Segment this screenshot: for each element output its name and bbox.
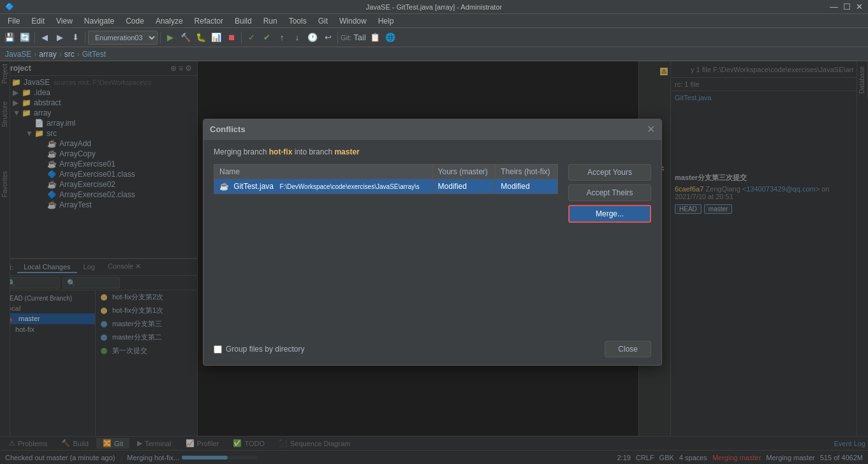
toolbar-recent[interactable]: ⬇ xyxy=(68,31,82,45)
menu-analyze[interactable]: Analyze xyxy=(151,15,188,27)
dialog-titlebar: Conflicts ✕ xyxy=(203,119,661,140)
toolbar-git-rollback[interactable]: ↩ xyxy=(321,31,335,45)
conflicts-table: Name Yours (master) Theirs (hot-fix) ☕ G… xyxy=(214,164,558,194)
modal-overlay: Conflicts ✕ Merging branch hot-fix into … xyxy=(0,61,868,464)
dialog-title: Conflicts xyxy=(210,124,246,134)
toolbar-back[interactable]: ◀ xyxy=(38,31,52,45)
toolbar-git-push[interactable]: ↑ xyxy=(275,31,289,45)
toolbar-stop[interactable]: ⏹ xyxy=(224,31,239,45)
conflicts-empty-area xyxy=(214,202,558,329)
window-close-button[interactable]: ✕ xyxy=(856,2,863,11)
accept-yours-button[interactable]: Accept Yours xyxy=(568,164,651,181)
window-title: JavaSE - GitTest.java [array] - Administ… xyxy=(366,3,502,11)
conflict-yours: Modified xyxy=(432,179,496,194)
toolbar-forward[interactable]: ▶ xyxy=(53,31,67,45)
dialog-subtitle: Merging branch hot-fix into branch maste… xyxy=(214,147,651,156)
toolbar-build[interactable]: 🔨 xyxy=(179,31,193,45)
menu-tools[interactable]: Tools xyxy=(284,15,312,27)
branch-from: hot-fix xyxy=(269,147,293,156)
menu-run[interactable]: Run xyxy=(258,15,283,27)
toolbar-git-icon[interactable]: 📋 xyxy=(368,31,382,45)
group-files-checkbox-label[interactable]: Group files by directory xyxy=(214,345,304,354)
breadcrumb: JavaSE › array › src › GitTest xyxy=(0,47,868,61)
conflict-name: ☕ GitTest.java F:\DevWorkspace\code\exer… xyxy=(214,179,433,194)
dialog-body: Merging branch hot-fix into branch maste… xyxy=(203,140,661,365)
toolbar-sync[interactable]: 🔄 xyxy=(18,31,32,45)
group-files-checkbox[interactable] xyxy=(214,345,222,354)
merge-button[interactable]: Merge... xyxy=(568,205,651,223)
dialog-close-btn[interactable]: Close xyxy=(605,341,651,357)
toolbar-save[interactable]: 💾 xyxy=(3,31,17,45)
menu-window[interactable]: Window xyxy=(334,15,372,27)
toolbar-tail[interactable]: Tail xyxy=(353,31,367,45)
conflicts-table-area: Name Yours (master) Theirs (hot-fix) ☕ G… xyxy=(214,164,558,329)
toolbar-git-check[interactable]: ✓ xyxy=(244,31,258,45)
toolbar-coverage[interactable]: 📊 xyxy=(209,31,223,45)
toolbar-separator-5 xyxy=(337,32,338,43)
conflicts-dialog: Conflicts ✕ Merging branch hot-fix into … xyxy=(203,119,662,366)
col-yours: Yours (master) xyxy=(432,165,496,179)
menu-view[interactable]: View xyxy=(51,15,78,27)
col-theirs: Theirs (hot-fix) xyxy=(496,165,558,179)
menu-git[interactable]: Git xyxy=(313,15,333,27)
toolbar-git-pull[interactable]: ↓ xyxy=(290,31,304,45)
accept-theirs-button[interactable]: Accept Theirs xyxy=(568,184,651,201)
dialog-actions: Accept Yours Accept Theirs Merge... xyxy=(568,164,651,329)
breadcrumb-gittest[interactable]: GitTest xyxy=(82,50,106,59)
menu-file[interactable]: File xyxy=(3,15,25,27)
maximize-button[interactable]: ☐ xyxy=(843,2,851,11)
menu-bar: File Edit View Navigate Code Analyze Ref… xyxy=(0,14,868,28)
branch-to: master xyxy=(334,147,359,156)
breadcrumb-array[interactable]: array xyxy=(39,50,56,59)
toolbar-run[interactable]: ▶ xyxy=(163,31,177,45)
conflict-theirs: Modified xyxy=(496,179,558,194)
menu-code[interactable]: Code xyxy=(121,15,149,27)
breadcrumb-javase[interactable]: JavaSE xyxy=(5,50,31,59)
title-bar-left: 🔷 xyxy=(5,3,14,11)
menu-help[interactable]: Help xyxy=(373,15,399,27)
toolbar-translate[interactable]: 🌐 xyxy=(383,31,397,45)
toolbar-separator-1 xyxy=(34,32,35,43)
dialog-close-button[interactable]: ✕ xyxy=(647,123,655,135)
toolbar: 💾 🔄 ◀ ▶ ⬇ Enumeration03 ▶ 🔨 🐛 📊 ⏹ ✓ ✔ ↑ … xyxy=(0,28,868,47)
toolbar-debug[interactable]: 🐛 xyxy=(194,31,208,45)
dialog-bottom: Group files by directory Close xyxy=(214,336,651,357)
app-icon: 🔷 xyxy=(5,3,14,11)
file-icon: ☕ xyxy=(219,182,229,191)
col-name: Name xyxy=(214,165,433,179)
breadcrumb-src[interactable]: src xyxy=(64,50,75,59)
menu-refactor[interactable]: Refactor xyxy=(189,15,228,27)
menu-edit[interactable]: Edit xyxy=(26,15,50,27)
toolbar-git-history[interactable]: 🕐 xyxy=(305,31,320,45)
minimize-button[interactable]: — xyxy=(830,2,838,11)
title-bar: 🔷 JavaSE - GitTest.java [array] - Admini… xyxy=(0,0,868,14)
window-controls: — ☐ ✕ xyxy=(830,2,863,11)
menu-build[interactable]: Build xyxy=(230,15,257,27)
menu-navigate[interactable]: Navigate xyxy=(79,15,119,27)
dialog-main-content: Name Yours (master) Theirs (hot-fix) ☕ G… xyxy=(214,164,651,329)
toolbar-git-commit[interactable]: ✔ xyxy=(260,31,274,45)
run-config-combo[interactable]: Enumeration03 xyxy=(88,31,158,45)
toolbar-separator-4 xyxy=(241,32,242,43)
toolbar-separator-3 xyxy=(160,32,161,43)
toolbar-separator-2 xyxy=(85,32,85,43)
conflict-row[interactable]: ☕ GitTest.java F:\DevWorkspace\code\exer… xyxy=(214,179,558,194)
